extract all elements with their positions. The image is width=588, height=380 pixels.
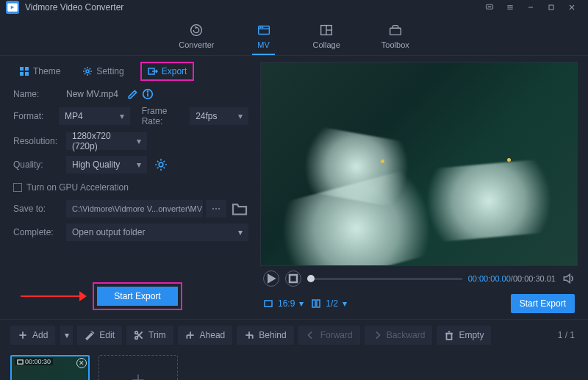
page-icon xyxy=(311,298,321,309)
add-button[interactable]: Add xyxy=(10,326,55,345)
svg-point-16 xyxy=(259,27,260,28)
saveto-path: C:\Vidmore\Vidmore V...onverter\MV Expor… xyxy=(66,200,203,218)
quality-select[interactable]: High Quality▾ xyxy=(66,156,147,173)
name-label: Name: xyxy=(13,89,66,99)
tab-converter[interactable]: Converter xyxy=(173,19,220,54)
menu-icon[interactable] xyxy=(500,0,520,15)
start-export-button[interactable]: Start Export xyxy=(97,287,178,306)
gpu-checkbox-row[interactable]: Turn on GPU Acceleration xyxy=(13,182,248,193)
clip-thumbnail[interactable]: 00:00:30 ✕ xyxy=(10,355,90,380)
video-preview[interactable] xyxy=(260,62,578,266)
wand-icon xyxy=(85,330,95,340)
aspect-ratio-select[interactable]: 16:9 ▾ xyxy=(263,298,304,309)
svg-rect-22 xyxy=(20,67,24,71)
time-display: 00:00:00.00/00:00:30.01 xyxy=(468,274,556,283)
chevron-left-icon xyxy=(306,330,316,340)
scissors-icon xyxy=(134,330,144,340)
complete-select[interactable]: Open output folder▾ xyxy=(66,223,248,241)
timeline-toolbar: Add ▾ Edit Trim Ahead Behind Forward xyxy=(0,319,588,351)
svg-rect-10 xyxy=(549,5,553,10)
export-panel: Theme Setting Export Name: New MV.mp4 xyxy=(0,56,257,319)
format-label: Format: xyxy=(13,111,59,121)
clip-duration: 00:00:30 xyxy=(15,358,53,365)
theme-icon xyxy=(19,66,29,76)
progress-knob[interactable] xyxy=(307,275,315,282)
svg-rect-34 xyxy=(265,301,272,306)
gear-icon xyxy=(82,66,93,76)
tab-toolbox[interactable]: Toolbox xyxy=(376,19,415,54)
subtab-setting[interactable]: Setting xyxy=(76,63,129,79)
resolution-select[interactable]: 1280x720 (720p)▾ xyxy=(66,132,147,150)
minimize-button[interactable] xyxy=(520,0,541,15)
svg-point-26 xyxy=(86,70,89,73)
svg-point-4 xyxy=(490,7,490,7)
svg-point-5 xyxy=(490,7,491,7)
behind-icon xyxy=(244,330,254,340)
svg-point-3 xyxy=(488,7,489,7)
volume-icon[interactable] xyxy=(562,272,575,285)
svg-point-17 xyxy=(262,27,262,28)
svg-rect-35 xyxy=(312,300,315,307)
svg-rect-21 xyxy=(390,28,401,35)
trash-icon xyxy=(444,330,454,340)
annotation-arrow xyxy=(13,289,87,304)
behind-button[interactable]: Behind xyxy=(237,326,293,345)
checkbox-icon xyxy=(13,183,22,192)
backward-button[interactable]: Backward xyxy=(365,326,433,345)
edit-button[interactable]: Edit xyxy=(77,326,122,345)
svg-point-31 xyxy=(159,162,163,167)
saveto-browse-button[interactable]: ⋯ xyxy=(206,200,226,218)
page-select[interactable]: 1/2 ▾ xyxy=(311,298,347,309)
app-logo-icon xyxy=(6,1,19,14)
svg-rect-52 xyxy=(18,359,23,363)
main-tabs: Converter MV Collage Toolbox xyxy=(0,15,588,56)
open-folder-icon[interactable] xyxy=(231,200,248,218)
gpu-label: Turn on GPU Acceleration xyxy=(26,182,129,193)
svg-point-30 xyxy=(147,91,148,92)
ahead-icon xyxy=(185,330,196,340)
tab-mv[interactable]: MV xyxy=(250,19,278,54)
progress-bar[interactable] xyxy=(307,278,462,280)
annotation-highlight: Start Export xyxy=(93,282,182,310)
info-icon[interactable] xyxy=(142,88,154,100)
play-button[interactable] xyxy=(263,270,279,287)
aspect-icon xyxy=(263,298,273,309)
export-icon xyxy=(148,66,158,76)
svg-rect-33 xyxy=(290,275,297,282)
add-dropdown[interactable]: ▾ xyxy=(60,326,73,345)
converter-icon xyxy=(188,22,204,38)
toolbox-icon xyxy=(387,22,404,38)
format-select[interactable]: MP4▾ xyxy=(59,107,130,125)
page-counter: 1 / 1 xyxy=(558,330,578,340)
quality-label: Quality: xyxy=(13,159,66,170)
tab-collage[interactable]: Collage xyxy=(307,19,346,54)
framerate-select[interactable]: 24fps▾ xyxy=(190,107,248,125)
clip-remove-icon[interactable]: ✕ xyxy=(76,358,87,368)
svg-point-13 xyxy=(191,25,202,36)
quality-settings-icon[interactable] xyxy=(154,158,168,171)
trim-button[interactable]: Trim xyxy=(126,326,173,345)
svg-marker-32 xyxy=(268,273,276,283)
subtab-export[interactable]: Export xyxy=(140,62,195,81)
framerate-label: Frame Rate: xyxy=(142,106,184,126)
subtab-theme[interactable]: Theme xyxy=(13,63,66,79)
saveto-label: Save to: xyxy=(13,204,66,214)
name-value: New MV.mp4 xyxy=(66,89,118,99)
forward-button[interactable]: Forward xyxy=(298,326,360,345)
svg-rect-49 xyxy=(447,334,452,340)
add-clip-placeholder[interactable] xyxy=(98,355,178,380)
clip-thumbnails: 00:00:30 ✕ xyxy=(0,351,588,380)
svg-rect-25 xyxy=(25,72,29,76)
maximize-button[interactable] xyxy=(541,0,562,15)
close-button[interactable] xyxy=(562,0,582,15)
svg-rect-23 xyxy=(25,67,29,71)
start-export-button-right[interactable]: Start Export xyxy=(511,294,575,313)
svg-rect-36 xyxy=(317,300,320,307)
ahead-button[interactable]: Ahead xyxy=(178,326,233,345)
empty-button[interactable]: Empty xyxy=(437,326,491,345)
complete-label: Complete: xyxy=(13,227,66,237)
feedback-icon[interactable] xyxy=(479,0,500,15)
collage-icon xyxy=(318,22,334,38)
stop-button[interactable] xyxy=(285,270,301,287)
edit-name-icon[interactable] xyxy=(127,88,139,100)
